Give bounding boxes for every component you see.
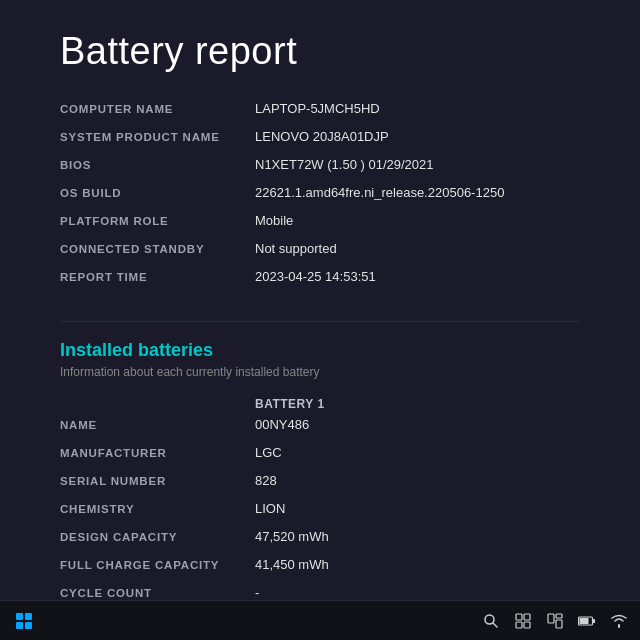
batteries-section-subtitle: Information about each currently install… bbox=[60, 365, 580, 379]
battery-manufacturer-row: MANUFACTURER LGC bbox=[60, 445, 580, 467]
windows-icon bbox=[16, 613, 32, 629]
network-icon[interactable] bbox=[608, 610, 630, 632]
win-square-2 bbox=[25, 613, 32, 620]
bios-label: BIOS bbox=[60, 157, 255, 171]
svg-rect-3 bbox=[524, 614, 530, 620]
section-divider bbox=[60, 321, 580, 322]
platform-role-row: PLATFORM ROLE Mobile bbox=[60, 213, 580, 235]
svg-rect-8 bbox=[556, 620, 562, 628]
battery-full-charge-row: FULL CHARGE CAPACITY 41,450 mWh bbox=[60, 557, 580, 579]
battery-label-spacer bbox=[60, 397, 255, 411]
svg-rect-4 bbox=[516, 622, 522, 628]
battery-icon[interactable] bbox=[576, 610, 598, 632]
system-product-label: SYSTEM PRODUCT NAME bbox=[60, 129, 255, 143]
battery-name-label: NAME bbox=[60, 417, 255, 431]
svg-rect-5 bbox=[524, 622, 530, 628]
content-area: Battery report COMPUTER NAME LAPTOP-5JMC… bbox=[0, 0, 640, 600]
search-icon[interactable] bbox=[480, 610, 502, 632]
battery-design-capacity-row: DESIGN CAPACITY 47,520 mWh bbox=[60, 529, 580, 551]
battery-chemistry-row: CHEMISTRY LION bbox=[60, 501, 580, 523]
page-title: Battery report bbox=[60, 30, 580, 73]
report-time-row: REPORT TIME 2023-04-25 14:53:51 bbox=[60, 269, 580, 291]
computer-name-value: LAPTOP-5JMCH5HD bbox=[255, 101, 580, 116]
svg-rect-7 bbox=[556, 614, 562, 618]
battery-chemistry-value: LION bbox=[255, 501, 580, 516]
connected-standby-value: Not supported bbox=[255, 241, 580, 256]
taskbar bbox=[0, 600, 640, 640]
os-build-label: OS BUILD bbox=[60, 185, 255, 199]
system-product-value: LENOVO 20J8A01DJP bbox=[255, 129, 580, 144]
svg-rect-10 bbox=[593, 619, 595, 623]
start-button[interactable] bbox=[10, 607, 38, 635]
battery-name-row: NAME 00NY486 bbox=[60, 417, 580, 439]
report-time-label: REPORT TIME bbox=[60, 269, 255, 283]
svg-rect-6 bbox=[548, 614, 554, 623]
battery-chemistry-label: CHEMISTRY bbox=[60, 501, 255, 515]
battery-serial-label: SERIAL NUMBER bbox=[60, 473, 255, 487]
connected-standby-label: CONNECTED STANDBY bbox=[60, 241, 255, 255]
connected-standby-row: CONNECTED STANDBY Not supported bbox=[60, 241, 580, 263]
widgets-icon[interactable] bbox=[544, 610, 566, 632]
battery-serial-value: 828 bbox=[255, 473, 580, 488]
computer-name-label: COMPUTER NAME bbox=[60, 101, 255, 115]
battery-full-charge-label: FULL CHARGE CAPACITY bbox=[60, 557, 255, 571]
bios-value: N1XET72W (1.50 ) 01/29/2021 bbox=[255, 157, 580, 172]
platform-role-value: Mobile bbox=[255, 213, 580, 228]
batteries-section-title: Installed batteries bbox=[60, 340, 580, 361]
battery-full-charge-value: 41,450 mWh bbox=[255, 557, 580, 572]
platform-role-label: PLATFORM ROLE bbox=[60, 213, 255, 227]
win-square-3 bbox=[16, 622, 23, 629]
system-info-table: COMPUTER NAME LAPTOP-5JMCH5HD SYSTEM PRO… bbox=[60, 101, 580, 291]
battery-column-header: BATTERY 1 bbox=[255, 397, 325, 411]
battery-design-capacity-label: DESIGN CAPACITY bbox=[60, 529, 255, 543]
system-product-row: SYSTEM PRODUCT NAME LENOVO 20J8A01DJP bbox=[60, 129, 580, 151]
taskbar-left bbox=[10, 607, 38, 635]
battery-info-table: NAME 00NY486 MANUFACTURER LGC SERIAL NUM… bbox=[60, 417, 580, 600]
svg-rect-2 bbox=[516, 614, 522, 620]
os-build-row: OS BUILD 22621.1.amd64fre.ni_release.220… bbox=[60, 185, 580, 207]
battery-header: BATTERY 1 bbox=[60, 397, 580, 411]
battery-serial-row: SERIAL NUMBER 828 bbox=[60, 473, 580, 495]
bios-row: BIOS N1XET72W (1.50 ) 01/29/2021 bbox=[60, 157, 580, 179]
svg-line-1 bbox=[493, 623, 497, 627]
battery-manufacturer-value: LGC bbox=[255, 445, 580, 460]
battery-cycle-count-label: CYCLE COUNT bbox=[60, 585, 255, 599]
battery-design-capacity-value: 47,520 mWh bbox=[255, 529, 580, 544]
battery-name-value: 00NY486 bbox=[255, 417, 580, 432]
task-view-icon[interactable] bbox=[512, 610, 534, 632]
os-build-value: 22621.1.amd64fre.ni_release.220506-1250 bbox=[255, 185, 580, 200]
report-time-value: 2023-04-25 14:53:51 bbox=[255, 269, 580, 284]
battery-cycle-count-row: CYCLE COUNT - bbox=[60, 585, 580, 600]
screen: Battery report COMPUTER NAME LAPTOP-5JMC… bbox=[0, 0, 640, 640]
battery-manufacturer-label: MANUFACTURER bbox=[60, 445, 255, 459]
svg-rect-11 bbox=[580, 618, 589, 624]
win-square-4 bbox=[25, 622, 32, 629]
win-square-1 bbox=[16, 613, 23, 620]
computer-name-row: COMPUTER NAME LAPTOP-5JMCH5HD bbox=[60, 101, 580, 123]
battery-cycle-count-value: - bbox=[255, 585, 580, 600]
taskbar-right bbox=[480, 610, 630, 632]
